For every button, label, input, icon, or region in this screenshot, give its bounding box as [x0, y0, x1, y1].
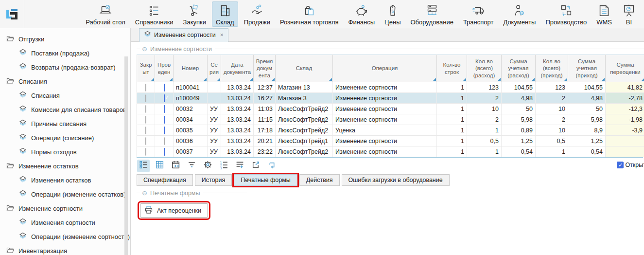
- ribbon-item-transport[interactable]: Транспорт: [459, 1, 498, 27]
- cell-doc_time: 11:03: [254, 104, 276, 114]
- sidebar-item-3-1[interactable]: Операции (изменение сортности): [0, 230, 130, 244]
- closed-checkbox[interactable]: [145, 105, 146, 113]
- calendar-add-button[interactable]: [169, 160, 182, 172]
- column-header[interactable]: Время документа: [254, 55, 276, 82]
- closed-checkbox[interactable]: [145, 116, 146, 124]
- ribbon-item-finance[interactable]: Финансы: [345, 1, 379, 27]
- detail-tab-1[interactable]: История: [195, 174, 232, 186]
- print-form-button[interactable]: Акт переоценки: [140, 203, 208, 218]
- ribbon-item-prices[interactable]: $ Цены: [381, 1, 404, 27]
- sidebar-folder-4[interactable]: Инвентаризация: [0, 244, 130, 255]
- ribbon-item-documents[interactable]: Документы: [499, 1, 540, 27]
- table-row[interactable]: 00032УУ13.03.2411:03ЛюксСофтТрейд2Измене…: [137, 104, 644, 114]
- table-row[interactable]: п10004113.03.2412:37Магазин 13Изменение …: [137, 82, 644, 93]
- column-header[interactable]: Дата документа: [221, 55, 254, 82]
- sidebar-item-0-1[interactable]: Возвраты (продажа-возврат): [0, 60, 130, 74]
- sidebar-item-0-0[interactable]: Поставки (продажа): [0, 46, 130, 60]
- closed-checkbox[interactable]: [145, 127, 146, 134]
- column-header[interactable]: Склад: [276, 55, 333, 82]
- ribbon-item-wms[interactable]: WMS: [592, 1, 616, 27]
- export-button[interactable]: [249, 160, 262, 172]
- detail-tab-4[interactable]: Ошибки загрузки в оборудование: [342, 174, 450, 186]
- posted-checkbox[interactable]: [164, 84, 165, 91]
- closed-checkbox[interactable]: [145, 137, 146, 145]
- closed-checkbox[interactable]: [145, 84, 146, 91]
- cell-sum_in: 1,25: [568, 136, 606, 146]
- posted-checkbox[interactable]: [164, 105, 165, 113]
- numbered-list-button[interactable]: 123: [217, 160, 230, 172]
- sidebar-item-1-2[interactable]: Причины списания: [0, 117, 130, 131]
- sidebar-item-1-4[interactable]: Нормы отходов: [0, 145, 130, 159]
- collapse-icon[interactable]: ⊖: [142, 190, 147, 196]
- collapse-icon[interactable]: ⊖: [142, 46, 147, 52]
- table-row[interactable]: 00037УУ13.03.2423:22ЛюксСофтТрейд2Измене…: [137, 146, 644, 157]
- table-row[interactable]: п10004913.03.2416:27Магазин 3Изменение с…: [137, 93, 644, 104]
- open-filter-label: Открыт: [625, 162, 644, 168]
- column-header[interactable]: Сумма учетная (расход): [502, 55, 536, 82]
- filter-button[interactable]: [185, 160, 198, 172]
- grid-view-button[interactable]: [153, 160, 166, 172]
- ribbon-item-desktop[interactable]: Рабочий стол: [82, 1, 129, 27]
- sidebar-folder-2[interactable]: Изменение остатков: [0, 159, 130, 173]
- column-header[interactable]: Номер: [174, 55, 208, 82]
- cell-operation: Изменение сортности: [333, 82, 437, 93]
- posted-checkbox[interactable]: [164, 116, 165, 124]
- detail-tab-2[interactable]: Печатные формы: [234, 174, 297, 186]
- column-header[interactable]: Серия: [208, 55, 221, 82]
- checkbox-checked-icon[interactable]: [617, 162, 624, 168]
- posted-checkbox[interactable]: [164, 137, 165, 145]
- sidebar-item-1-0[interactable]: Списания: [0, 89, 130, 103]
- settings-button[interactable]: [201, 160, 214, 172]
- tab-izmeneniya-sortnosti[interactable]: Изменения сортности ×: [139, 28, 228, 42]
- column-header[interactable]: Сумма учетная (приход): [568, 55, 606, 82]
- ribbon-item-sales[interactable]: Продажи: [240, 1, 274, 27]
- grid-header-row[interactable]: ЗакрытПроведенНомерСерияДата документаВр…: [137, 55, 644, 82]
- sidebar-item-1-1[interactable]: Комиссии для списания товаров: [0, 103, 130, 117]
- sidebar-folder-label: Изменение остатков: [18, 163, 79, 170]
- sidebar-item-2-1[interactable]: Операции (изменение остатков): [0, 187, 130, 201]
- column-header[interactable]: Проведен: [155, 55, 174, 82]
- ribbon-item-warehouse[interactable]: Склад: [212, 1, 238, 27]
- list-view-button[interactable]: [137, 160, 150, 172]
- column-header[interactable]: Сумма переоценки: [606, 55, 644, 82]
- sidebar-folder-1[interactable]: Списания: [0, 74, 130, 89]
- detail-tab-0[interactable]: Спецификация: [137, 174, 193, 186]
- open-filter-checkbox[interactable]: Открыт: [617, 162, 644, 168]
- sidebar-scrollbar[interactable]: [124, 56, 128, 255]
- table-row[interactable]: 00034УУ13.03.2411:15ЛюксСофтТрейд2Измене…: [137, 114, 644, 125]
- closed-checkbox[interactable]: [145, 94, 146, 102]
- posted-checkbox[interactable]: [164, 127, 165, 134]
- add-row-button[interactable]: [233, 160, 246, 172]
- column-header[interactable]: Операция: [333, 55, 437, 82]
- posted-checkbox[interactable]: [164, 148, 165, 156]
- cell-qty_in: 1: [536, 146, 568, 157]
- ribbon-item-catalogs[interactable]: Справочники: [131, 1, 177, 27]
- posted-checkbox[interactable]: [164, 94, 165, 102]
- sidebar-item-1-3[interactable]: Операции (списание): [0, 131, 130, 145]
- close-icon[interactable]: ×: [220, 32, 224, 38]
- column-header[interactable]: Кол-во строк: [437, 55, 467, 82]
- ribbon-item-label: Розничная торговля: [280, 18, 339, 26]
- ls-logo-icon: [5, 7, 19, 21]
- column-header[interactable]: Кол-во (всего) (расход): [467, 55, 502, 82]
- cell-line_count: 1: [437, 93, 467, 104]
- sidebar-folder-0[interactable]: Отгрузки: [0, 32, 130, 46]
- closed-checkbox[interactable]: [145, 148, 146, 156]
- sidebar-folder-3[interactable]: Изменение сортности: [0, 201, 130, 216]
- sidebar-item-2-0[interactable]: Изменения остатков: [0, 173, 130, 187]
- ribbon-item-bi[interactable]: BI: [618, 1, 640, 27]
- table-row[interactable]: 00035УУ13.03.2417:18ЛюксСофтТрейд2Уценка…: [137, 125, 644, 136]
- column-header[interactable]: Кол-во (всего) (приход): [536, 55, 568, 82]
- ribbon-item-purchases[interactable]: Закупки: [179, 1, 210, 27]
- sidebar-scrollbar-thumb[interactable]: [124, 56, 128, 255]
- column-header[interactable]: Закрыт: [137, 55, 155, 82]
- table-row[interactable]: 00036УУ13.03.2420:21ЛюксСофтТрейд1Измене…: [137, 136, 644, 146]
- sidebar-item-3-0[interactable]: Изменения сортности: [0, 216, 130, 230]
- svg-text:$: $: [391, 8, 394, 14]
- reload-button[interactable]: [265, 160, 278, 172]
- ribbon-item-retail[interactable]: Розничная торговля: [276, 1, 343, 27]
- ribbon-item-equipment[interactable]: Оборудование: [406, 1, 457, 27]
- app-logo[interactable]: [0, 0, 24, 28]
- detail-tab-3[interactable]: Действия: [299, 174, 340, 186]
- ribbon-item-production[interactable]: Производство: [541, 1, 591, 27]
